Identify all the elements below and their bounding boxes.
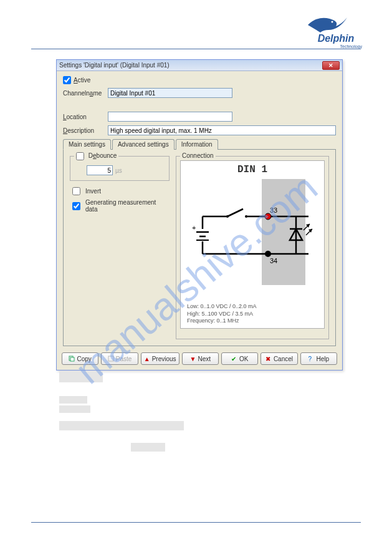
tab-content-main: Debounce µs Invert bbox=[63, 149, 336, 346]
close-button[interactable]: ✕ bbox=[322, 61, 340, 70]
svg-line-4 bbox=[227, 209, 243, 216]
close-icon: ✕ bbox=[328, 62, 333, 69]
tab-info[interactable]: Information bbox=[176, 139, 218, 150]
redacted-block bbox=[59, 371, 103, 382]
svg-point-23 bbox=[265, 213, 271, 220]
help-icon: ? bbox=[308, 356, 315, 362]
active-label: ctive bbox=[78, 77, 91, 84]
paste-button[interactable]: Paste bbox=[101, 352, 138, 365]
debounce-checkbox[interactable] bbox=[76, 152, 84, 160]
invert-label: Invert bbox=[85, 188, 101, 195]
description-label: Description bbox=[63, 127, 108, 134]
channelname-input[interactable] bbox=[108, 88, 232, 98]
svg-point-0 bbox=[332, 21, 333, 23]
generate-checkbox[interactable] bbox=[72, 202, 80, 210]
next-button[interactable]: ▼ Next bbox=[182, 352, 219, 365]
location-label: Location bbox=[63, 114, 108, 120]
brand-logo: Delphin Technology bbox=[305, 12, 367, 47]
help-button[interactable]: ? Help bbox=[300, 352, 337, 365]
debounce-input[interactable] bbox=[87, 165, 113, 175]
location-input[interactable] bbox=[108, 112, 232, 122]
schematic-diagram: + bbox=[184, 179, 321, 285]
arrow-down-icon: ▼ bbox=[189, 356, 196, 362]
redacted-block bbox=[131, 443, 165, 452]
check-icon: ✔ bbox=[231, 356, 237, 362]
brand-sub: Technology bbox=[305, 44, 367, 49]
copy-button[interactable]: Copy bbox=[62, 352, 98, 365]
dialog-title: Settings 'Digital input' (Digital Input … bbox=[59, 62, 170, 69]
connection-panel: DIN 1 bbox=[180, 160, 325, 329]
connection-legend: Connection bbox=[180, 152, 216, 159]
channelname-label: Channelname bbox=[63, 90, 108, 97]
debounce-group: Debounce µs bbox=[70, 156, 170, 181]
svg-rect-27 bbox=[108, 356, 113, 361]
active-checkbox[interactable] bbox=[63, 76, 71, 84]
titlebar: Settings 'Digital input' (Digital Input … bbox=[57, 60, 342, 71]
tab-main[interactable]: Main settings bbox=[63, 139, 111, 150]
x-icon: ✖ bbox=[265, 356, 272, 362]
button-row: Copy Paste ▲ Previous ▼ Next ✔ OK ✖ bbox=[57, 349, 342, 370]
arrow-up-icon: ▲ bbox=[144, 356, 150, 362]
paste-icon bbox=[108, 356, 114, 362]
brand-name: Delphin bbox=[305, 33, 367, 44]
description-input[interactable] bbox=[108, 125, 336, 135]
cancel-button[interactable]: ✖ Cancel bbox=[261, 352, 297, 365]
spec-freq: Frequency: 0..1 MHz bbox=[187, 317, 318, 325]
invert-checkbox[interactable] bbox=[72, 187, 80, 195]
form-body: Active Channelname Location Description … bbox=[57, 71, 342, 349]
svg-rect-1 bbox=[262, 179, 305, 285]
pin-top-label: 33 bbox=[270, 206, 277, 214]
generate-label: Generating measurement data bbox=[85, 199, 170, 213]
connection-title: DIN 1 bbox=[181, 164, 324, 175]
document-page: Delphin Technology manualshive.com Setti… bbox=[0, 0, 392, 557]
tabs: Main settings Advanced settings Informat… bbox=[63, 139, 336, 346]
connection-specs: Low: 0..1.0 VDC / 0..2.0 mA High: 5..100… bbox=[181, 301, 324, 328]
ok-button[interactable]: ✔ OK bbox=[221, 352, 258, 365]
previous-button[interactable]: ▲ Previous bbox=[141, 352, 179, 365]
svg-point-5 bbox=[226, 215, 229, 218]
tab-advanced[interactable]: Advanced settings bbox=[112, 139, 174, 150]
redacted-block bbox=[59, 405, 90, 413]
spec-high: High: 5..100 VDC / 3.5 mA bbox=[187, 311, 318, 318]
connection-group: Connection DIN 1 bbox=[176, 156, 329, 339]
svg-rect-26 bbox=[70, 357, 74, 361]
pin-bottom-label: 34 bbox=[270, 257, 277, 264]
redacted-block bbox=[59, 396, 87, 404]
debounce-unit: µs bbox=[115, 167, 122, 174]
rule-bottom bbox=[31, 522, 361, 523]
debounce-label: Debounce bbox=[88, 152, 117, 159]
rule-top bbox=[31, 49, 361, 49]
redacted-block bbox=[59, 421, 184, 430]
copy-icon bbox=[69, 356, 75, 362]
svg-text:+: + bbox=[192, 224, 196, 231]
svg-point-24 bbox=[265, 251, 271, 257]
spec-low: Low: 0..1.0 VDC / 0..2.0 mA bbox=[187, 303, 318, 311]
settings-dialog: Settings 'Digital input' (Digital Input … bbox=[56, 59, 343, 371]
